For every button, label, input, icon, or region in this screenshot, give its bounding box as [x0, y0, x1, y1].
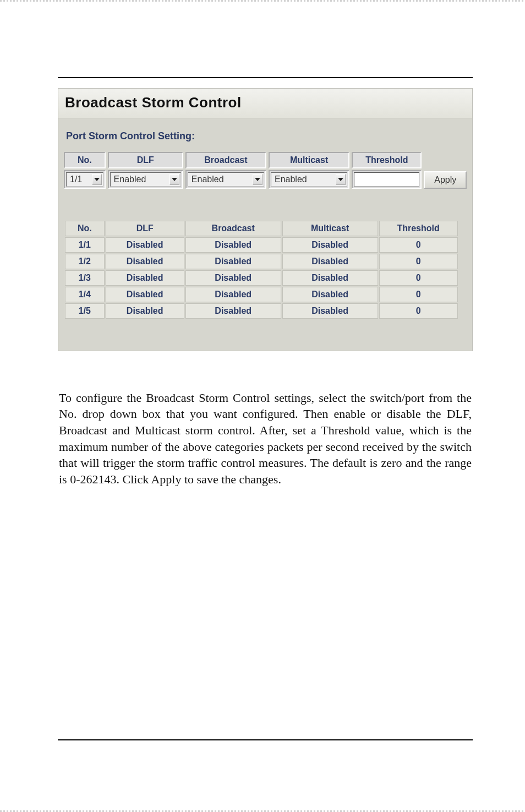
svg-marker-1 [172, 178, 177, 181]
cell-no: 1/3 [65, 270, 105, 286]
status-table: No. DLF Broadcast Multicast Threshold 1/… [64, 220, 467, 320]
status-header-threshold: Threshold [379, 221, 458, 236]
multicast-value: Enabled [275, 175, 307, 184]
status-header-dlf: DLF [106, 221, 184, 236]
cell-dlf: Disabled [106, 287, 184, 302]
chevron-down-icon [92, 174, 102, 185]
header-threshold: Threshold [352, 152, 422, 168]
svg-marker-0 [94, 178, 100, 181]
cell-threshold: 0 [379, 254, 458, 269]
dlf-value: Enabled [114, 175, 146, 184]
status-header-broadcast: Broadcast [185, 221, 281, 236]
table-row: 1/3DisabledDisabledDisabled0 [65, 270, 466, 286]
bottom-divider [58, 739, 473, 740]
svg-marker-3 [338, 178, 343, 181]
svg-marker-2 [255, 178, 260, 181]
cell-broadcast: Disabled [185, 287, 281, 302]
table-row: 1/4DisabledDisabledDisabled0 [65, 287, 466, 302]
cell-multicast: Disabled [282, 270, 378, 286]
cell-broadcast: Disabled [185, 254, 281, 269]
cell-threshold: 0 [379, 303, 458, 319]
header-multicast: Multicast [269, 152, 349, 168]
cell-no: 1/4 [65, 287, 105, 302]
table-row: 1/1DisabledDisabledDisabled0 [65, 237, 466, 253]
port-no-select[interactable]: 1/1 [66, 172, 103, 187]
cell-no: 1/1 [65, 237, 105, 253]
header-dlf: DLF [108, 152, 183, 168]
header-broadcast: Broadcast [185, 152, 266, 168]
cell-multicast: Disabled [282, 254, 378, 269]
cell-threshold: 0 [379, 287, 458, 302]
cell-broadcast: Disabled [185, 270, 281, 286]
table-row: 1/2DisabledDisabledDisabled0 [65, 254, 466, 269]
top-divider [58, 77, 473, 78]
panel-title: Broadcast Storm Control [58, 89, 472, 118]
cell-multicast: Disabled [282, 237, 378, 253]
storm-control-panel: Broadcast Storm Control Port Storm Contr… [58, 88, 473, 351]
port-no-value: 1/1 [70, 175, 82, 184]
cell-broadcast: Disabled [185, 237, 281, 253]
cell-dlf: Disabled [106, 270, 184, 286]
broadcast-select[interactable]: Enabled [188, 172, 264, 187]
cell-dlf: Disabled [106, 254, 184, 269]
status-header-no: No. [65, 221, 105, 236]
page: Broadcast Storm Control Port Storm Contr… [0, 0, 525, 521]
dlf-select[interactable]: Enabled [110, 172, 181, 187]
cell-threshold: 0 [379, 237, 458, 253]
panel-subtitle: Port Storm Control Setting: [58, 118, 472, 152]
cell-no: 1/5 [65, 303, 105, 319]
cell-broadcast: Disabled [185, 303, 281, 319]
cell-dlf: Disabled [106, 303, 184, 319]
chevron-down-icon [253, 174, 262, 185]
header-no: No. [64, 152, 106, 168]
cell-threshold: 0 [379, 270, 458, 286]
port-setting-form: No. 1/1 DLF Enabled [58, 152, 472, 189]
cell-no: 1/2 [65, 254, 105, 269]
cell-dlf: Disabled [106, 237, 184, 253]
chevron-down-icon [336, 174, 346, 185]
apply-button[interactable]: Apply [424, 171, 467, 189]
broadcast-value: Enabled [192, 175, 224, 184]
status-header-multicast: Multicast [282, 221, 378, 236]
cell-multicast: Disabled [282, 303, 378, 319]
chevron-down-icon [169, 174, 179, 185]
cell-multicast: Disabled [282, 287, 378, 302]
threshold-input[interactable] [354, 172, 419, 187]
description-paragraph: To configure the Broadcast Storm Control… [59, 390, 472, 488]
multicast-select[interactable]: Enabled [271, 172, 347, 187]
table-row: 1/5DisabledDisabledDisabled0 [65, 303, 466, 319]
